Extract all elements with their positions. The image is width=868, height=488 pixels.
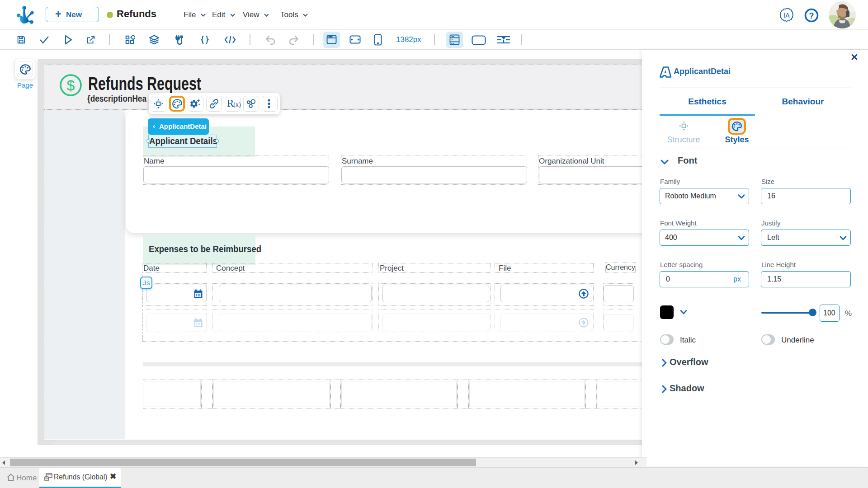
svg-text:$: $ [67, 77, 75, 94]
svg-text:?: ? [809, 11, 814, 20]
svg-text:IA: IA [783, 12, 790, 19]
